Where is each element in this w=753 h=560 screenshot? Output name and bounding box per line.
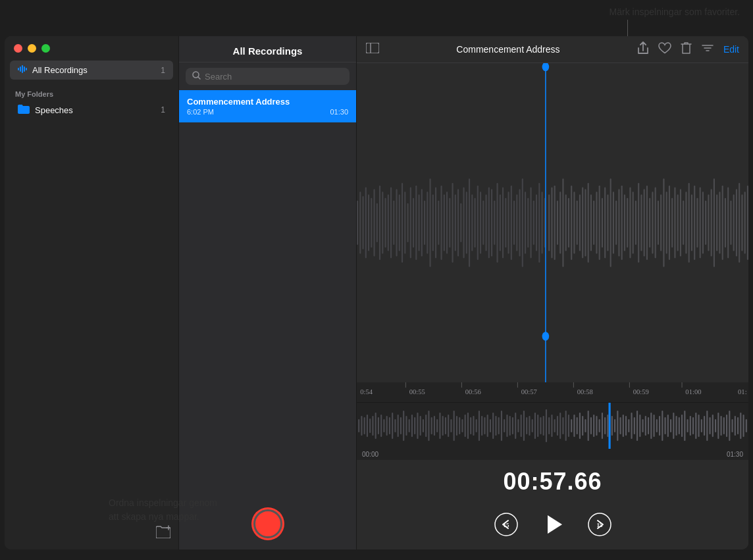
middle-panel-header: All Recordings bbox=[179, 36, 356, 63]
svg-rect-242 bbox=[551, 415, 552, 437]
search-input[interactable] bbox=[205, 72, 343, 82]
svg-rect-60 bbox=[486, 194, 487, 251]
edit-button[interactable]: Edit bbox=[723, 44, 739, 55]
svg-rect-75 bbox=[527, 198, 529, 247]
play-button[interactable] bbox=[538, 510, 567, 539]
svg-rect-222 bbox=[495, 416, 496, 436]
svg-rect-141 bbox=[714, 178, 715, 267]
svg-rect-92 bbox=[577, 201, 578, 245]
minimize-button[interactable] bbox=[28, 44, 36, 53]
svg-rect-132 bbox=[688, 183, 690, 263]
svg-rect-259 bbox=[596, 416, 597, 436]
sidebar-item-speeches[interactable]: Speeches 1 bbox=[10, 101, 173, 119]
svg-text:00:59: 00:59 bbox=[633, 388, 649, 395]
close-button[interactable] bbox=[14, 44, 22, 53]
svg-rect-153 bbox=[747, 186, 748, 260]
svg-rect-294 bbox=[695, 413, 696, 439]
svg-rect-139 bbox=[708, 194, 709, 251]
svg-rect-28 bbox=[396, 189, 398, 256]
svg-rect-91 bbox=[573, 191, 575, 253]
svg-rect-4 bbox=[26, 68, 27, 70]
svg-rect-123 bbox=[663, 178, 664, 267]
svg-rect-289 bbox=[681, 415, 683, 437]
favorite-button[interactable] bbox=[658, 42, 671, 57]
svg-rect-241 bbox=[548, 417, 550, 434]
svg-rect-38 bbox=[424, 201, 425, 245]
svg-rect-50 bbox=[457, 189, 459, 256]
svg-rect-147 bbox=[730, 201, 731, 245]
svg-rect-239 bbox=[543, 416, 544, 436]
svg-rect-76 bbox=[531, 188, 532, 259]
svg-rect-187 bbox=[398, 415, 399, 437]
svg-rect-48 bbox=[452, 183, 454, 263]
svg-rect-178 bbox=[372, 416, 373, 436]
svg-rect-237 bbox=[537, 415, 538, 437]
svg-rect-238 bbox=[540, 417, 541, 434]
svg-rect-150 bbox=[739, 183, 740, 263]
sidebar-item-all-recordings[interactable]: All Recordings 1 bbox=[10, 61, 173, 80]
svg-rect-279 bbox=[654, 415, 655, 437]
svg-rect-77 bbox=[533, 201, 534, 245]
new-folder-button[interactable] bbox=[156, 525, 170, 542]
svg-rect-104 bbox=[610, 178, 611, 267]
svg-rect-30 bbox=[402, 183, 403, 263]
svg-rect-41 bbox=[432, 194, 434, 251]
svg-rect-261 bbox=[602, 413, 603, 439]
middle-panel: All Recordings Commencement Address 6:02… bbox=[179, 36, 357, 549]
svg-rect-73 bbox=[522, 178, 523, 267]
svg-rect-269 bbox=[625, 416, 627, 436]
svg-text:01:00: 01:00 bbox=[685, 388, 701, 395]
svg-rect-274 bbox=[639, 415, 640, 437]
filter-button[interactable] bbox=[701, 43, 714, 56]
svg-rect-148 bbox=[733, 194, 735, 251]
svg-rect-106 bbox=[615, 201, 617, 245]
search-bar[interactable] bbox=[186, 68, 350, 85]
svg-rect-272 bbox=[634, 417, 635, 434]
svg-rect-268 bbox=[623, 415, 624, 437]
svg-rect-267 bbox=[620, 417, 621, 434]
svg-rect-138 bbox=[705, 201, 706, 245]
record-button[interactable] bbox=[251, 507, 284, 540]
overview-times: 00:00 01:30 bbox=[357, 448, 748, 460]
svg-point-155 bbox=[542, 63, 550, 71]
svg-rect-273 bbox=[636, 411, 638, 441]
maximize-button[interactable] bbox=[41, 44, 50, 53]
svg-rect-52 bbox=[463, 188, 465, 259]
svg-rect-291 bbox=[687, 419, 688, 432]
svg-rect-93 bbox=[579, 194, 581, 251]
svg-text:00:58: 00:58 bbox=[577, 388, 593, 395]
svg-rect-124 bbox=[666, 191, 667, 253]
svg-rect-69 bbox=[511, 186, 512, 260]
svg-rect-46 bbox=[446, 191, 448, 253]
svg-rect-102 bbox=[604, 188, 606, 259]
delete-button[interactable] bbox=[681, 41, 692, 57]
right-panel: Commencement Address bbox=[357, 36, 748, 549]
svg-rect-221 bbox=[492, 413, 494, 439]
svg-rect-307 bbox=[732, 419, 733, 432]
playback-controls: 15 15 bbox=[357, 503, 748, 549]
skip-forward-button[interactable]: 15 bbox=[587, 512, 612, 537]
svg-text:00:55: 00:55 bbox=[409, 388, 425, 395]
svg-rect-127 bbox=[674, 188, 675, 259]
share-button[interactable] bbox=[637, 41, 649, 57]
svg-rect-236 bbox=[534, 413, 536, 439]
overview-waveform[interactable] bbox=[357, 402, 748, 448]
recording-time: 6:02 PM bbox=[187, 108, 214, 116]
svg-rect-186 bbox=[394, 419, 396, 432]
tooltip-top: Märk inspelningar som favoriter. bbox=[369, 7, 740, 17]
svg-rect-212 bbox=[467, 413, 469, 439]
svg-rect-112 bbox=[633, 191, 634, 253]
svg-rect-16 bbox=[363, 196, 364, 249]
svg-rect-262 bbox=[604, 417, 606, 434]
recording-list-item[interactable]: Commencement Address 6:02 PM 01:30 bbox=[179, 90, 356, 122]
svg-rect-115 bbox=[640, 194, 642, 251]
svg-rect-300 bbox=[712, 415, 714, 437]
svg-rect-39 bbox=[427, 191, 428, 253]
skip-back-button[interactable]: 15 bbox=[494, 512, 519, 537]
sidebar-toggle-button[interactable] bbox=[366, 43, 379, 56]
svg-rect-96 bbox=[588, 183, 589, 263]
sidebar-my-folders-title: My Folders bbox=[5, 85, 178, 101]
waveform-main bbox=[357, 63, 748, 382]
time-display: 00:57.66 bbox=[357, 460, 748, 503]
svg-rect-227 bbox=[509, 416, 511, 436]
